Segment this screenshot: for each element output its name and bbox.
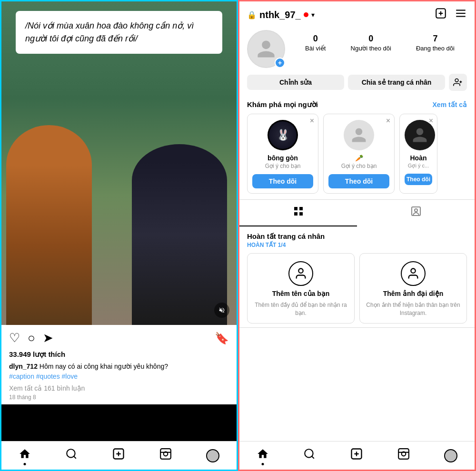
left-panel: /Nói với mùa xuân hoa đào không cần nở, … xyxy=(0,0,238,471)
profile-header: 🔒 nthk_97_ ▾ xyxy=(239,1,475,26)
share-profile-button[interactable]: Chia sẻ trang cá nhân xyxy=(348,75,445,90)
view-all-link[interactable]: Xem tất cả xyxy=(433,101,467,108)
nav-home-left[interactable] xyxy=(19,448,31,463)
right-panel: 🔒 nthk_97_ ▾ + 0 Bài viết xyxy=(238,0,476,471)
comment-button[interactable]: ○ xyxy=(28,331,35,345)
svg-point-14 xyxy=(455,79,458,82)
tagged-icon xyxy=(410,206,422,220)
post-actions-bar: ♡ ○ ➤ 🔖 xyxy=(1,325,237,348)
bookmark-button[interactable]: 🔖 xyxy=(215,332,229,345)
story-quote-box: /Nói với mùa xuân hoa đào không cần nở, … xyxy=(16,11,222,54)
followers-count: 0 xyxy=(351,34,391,44)
story-area[interactable]: /Nói với mùa xuân hoa đào không cần nở, … xyxy=(1,1,237,325)
post-date: 18 tháng 8 xyxy=(1,393,237,404)
person-silhouette-left xyxy=(6,125,92,325)
svg-rect-17 xyxy=(294,207,298,210)
like-button[interactable]: ♡ xyxy=(9,331,20,345)
nav-reels-left[interactable] xyxy=(159,448,172,463)
profile-stats: + 0 Bài viết 0 Người theo dõi 7 Đang the… xyxy=(239,26,475,74)
stat-posts[interactable]: 0 Bài viết xyxy=(305,34,326,52)
complete-section: Hoàn tất trang cá nhân HOÀN TẤT 1/4 Thêm… xyxy=(239,226,475,328)
svg-rect-5 xyxy=(160,449,171,459)
nav-reels-right[interactable] xyxy=(397,448,410,463)
edit-profile-button[interactable]: Chỉnh sửa xyxy=(247,75,344,90)
card-close-1[interactable]: × xyxy=(386,117,390,125)
nav-add-right[interactable] xyxy=(350,447,363,464)
card-name-2: Hoàn xyxy=(405,154,432,162)
comments-link[interactable]: Xem tất cả 161 bình luận xyxy=(1,383,237,393)
add-avatar-desc: Chọn ảnh thể hiện bản thân bạn trên Inst… xyxy=(366,301,461,317)
nav-profile-right[interactable] xyxy=(444,449,457,462)
stat-following[interactable]: 7 Đang theo dõi xyxy=(416,34,455,52)
svg-rect-19 xyxy=(294,212,298,216)
profile-tabs xyxy=(239,199,475,226)
posts-label: Bài viết xyxy=(305,45,326,52)
verified-dot xyxy=(304,12,308,17)
discover-header: Khám phá mọi người Xem tất cả xyxy=(247,100,467,109)
caption-hashtags[interactable]: #caption #quotes #love xyxy=(9,373,78,380)
discover-people-button[interactable] xyxy=(449,74,467,91)
svg-point-23 xyxy=(298,269,303,273)
complete-cards: Thêm tên của bạn Thêm tên đầy đủ để bạn … xyxy=(247,253,467,324)
follow-button-2[interactable]: Theo dõi xyxy=(405,174,432,185)
nav-search-right[interactable] xyxy=(303,448,316,463)
add-name-desc: Thêm tên đầy đủ để bạn bè nhận ra bạn. xyxy=(253,301,348,317)
svg-rect-20 xyxy=(299,212,303,216)
followers-label: Người theo dõi xyxy=(351,45,391,52)
card-sub-1: Gợi ý cho bạn xyxy=(328,163,389,169)
share-button[interactable]: ➤ xyxy=(43,331,53,345)
card-close-0[interactable]: × xyxy=(310,117,314,125)
caption-username[interactable]: dlyn_712 xyxy=(9,363,38,370)
following-label: Đang theo dõi xyxy=(416,45,455,52)
grid-icon xyxy=(293,206,304,220)
tab-tagged[interactable] xyxy=(357,200,475,226)
mute-button[interactable] xyxy=(214,303,229,318)
svg-point-22 xyxy=(415,209,417,212)
discover-card-2: × Hoàn Gợi ý c... Theo dõi xyxy=(399,114,437,194)
header-icons xyxy=(435,7,467,22)
complete-progress: HOÀN TẤT 1/4 xyxy=(247,242,467,248)
nav-search-left[interactable] xyxy=(65,448,78,463)
nav-profile-left[interactable] xyxy=(206,449,219,462)
add-avatar-icon xyxy=(401,261,426,286)
nav-home-right[interactable] xyxy=(257,448,269,463)
discover-card-1: × 🥕 Gợi ý cho bạn Theo dõi xyxy=(323,114,395,194)
person-silhouette-right xyxy=(132,144,227,325)
card-avatar-0: 🐰 xyxy=(268,120,298,150)
svg-rect-30 xyxy=(398,449,409,459)
card-close-2[interactable]: × xyxy=(429,117,433,125)
avatar-add-button[interactable]: + xyxy=(275,58,285,68)
discover-cards: × 🐰 bông gòn Gợi ý cho bạn Theo dõi × 🥕 … xyxy=(247,114,467,194)
add-post-button[interactable] xyxy=(435,7,447,22)
follow-button-1[interactable]: Theo dõi xyxy=(328,174,389,188)
card-name-1: 🥕 xyxy=(328,154,389,162)
svg-rect-11 xyxy=(456,10,466,10)
svg-rect-12 xyxy=(456,13,466,14)
post-actions-left: ♡ ○ ➤ xyxy=(9,331,53,345)
follow-button-0[interactable]: Theo dõi xyxy=(252,174,313,188)
svg-point-24 xyxy=(411,269,415,273)
bottom-nav-left xyxy=(1,441,237,470)
svg-rect-13 xyxy=(456,16,466,17)
posts-count: 0 xyxy=(305,34,326,44)
menu-button[interactable] xyxy=(455,7,467,22)
complete-card-name[interactable]: Thêm tên của bạn Thêm tên đầy đủ để bạn … xyxy=(247,253,355,324)
svg-line-26 xyxy=(312,456,314,459)
stat-followers[interactable]: 0 Người theo dõi xyxy=(351,34,391,52)
nav-add-left[interactable] xyxy=(112,447,125,464)
complete-card-avatar[interactable]: Thêm ảnh đại diện Chọn ảnh thể hiện bản … xyxy=(359,253,467,324)
tab-grid[interactable] xyxy=(239,200,357,226)
likes-count: 33.949 lượt thích xyxy=(1,348,237,361)
add-name-icon xyxy=(288,261,313,286)
svg-point-0 xyxy=(67,449,75,457)
chevron-down-icon[interactable]: ▾ xyxy=(311,11,315,19)
rabbit-inner: 🐰 xyxy=(269,121,297,149)
post-caption: dlyn_712 Hôm nay có ai công khai người y… xyxy=(1,361,237,383)
following-count: 7 xyxy=(416,34,455,44)
profile-avatar-wrap: + xyxy=(247,30,285,68)
card-name-0: bông gòn xyxy=(252,154,313,162)
complete-title: Hoàn tất trang cá nhân xyxy=(247,232,467,241)
svg-rect-18 xyxy=(299,207,303,210)
bottom-nav-right xyxy=(239,441,475,470)
add-name-title: Thêm tên của bạn xyxy=(272,290,330,297)
